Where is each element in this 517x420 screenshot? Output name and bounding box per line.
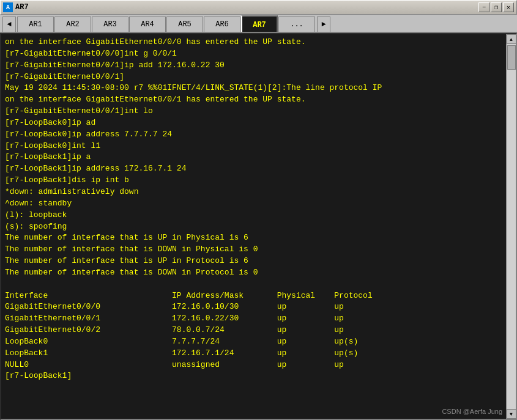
tab-AR5[interactable]: AR5 [166,17,203,32]
tab-AR2[interactable]: AR2 [54,17,91,32]
tab-more[interactable]: ... [278,17,315,32]
tab-prev-button[interactable]: ◄ [2,17,16,32]
terminal-output[interactable]: on the interface GigabitEthernet0/0/0 ha… [1,34,506,419]
minimize-button[interactable]: − [478,2,489,12]
window-controls: − ❐ ✕ [478,2,514,12]
tab-AR7[interactable]: AR7 [241,15,278,32]
app-icon: A [3,2,13,12]
scroll-thumb[interactable] [507,45,516,70]
scroll-track[interactable] [507,44,516,409]
watermark: CSDN @Aerfa Jung [442,408,502,415]
window-title: AR7 [15,3,29,12]
scrollbar[interactable]: ▲ ▼ [506,34,516,419]
scroll-up-button[interactable]: ▲ [507,34,516,44]
close-button[interactable]: ✕ [503,2,514,12]
title-bar: A AR7 − ❐ ✕ [0,0,517,15]
tab-next-button[interactable]: ► [317,17,330,32]
tab-bar: ◄ AR1 AR2 AR3 AR4 AR5 AR6 AR7 ... ► [0,15,517,33]
restore-button[interactable]: ❐ [491,2,502,12]
scroll-down-button[interactable]: ▼ [507,409,516,419]
tab-AR4[interactable]: AR4 [129,17,166,32]
tab-AR3[interactable]: AR3 [92,17,128,32]
terminal-wrapper: on the interface GigabitEthernet0/0/0 ha… [0,33,517,420]
tab-AR1[interactable]: AR1 [17,17,54,32]
tab-AR6[interactable]: AR6 [204,17,240,32]
